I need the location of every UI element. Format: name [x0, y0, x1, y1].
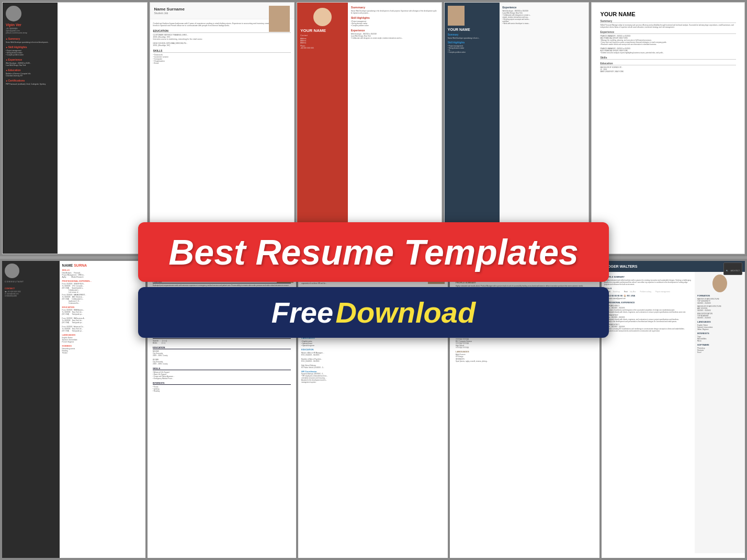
- resume-b5-prof-header: PROFESSIONAL EXPERIENCE: [604, 301, 692, 304]
- resume-thumbnail-2[interactable]: Name Surname Student Job Cordial and fas…: [150, 2, 295, 254]
- resume2-skills-header: SKILLS: [153, 49, 291, 53]
- resume5-summary-header: Summary: [600, 19, 736, 23]
- resume-b2-skills-text: • Advanced Life Support• Basic Life Supp…: [153, 371, 291, 380]
- resume1-name: Vipin Ver: [6, 23, 54, 27]
- resume-b4-edu-text: MBA / Business AdministrationYYYY/00 YYY…: [456, 336, 594, 349]
- banner-bottom: Free Download: [138, 287, 609, 338]
- resume-b1-name: NAME SURNA: [62, 264, 143, 267]
- resume-b5-search-text: ARCHITECT: [731, 270, 740, 272]
- resume-b5-lang-text: English: NativeSpanish: IntermediateItal…: [697, 324, 742, 330]
- resume1-cert-label: ● Certifications: [6, 79, 54, 82]
- banner-free-text: Free: [271, 296, 333, 329]
- resume3-photo: [313, 8, 332, 26]
- resume3-contact-label: Contact: [300, 34, 344, 37]
- resume-b3-lang-text: • English native• Spanish fluent• Spanis…: [301, 340, 445, 347]
- resume-b1-contact-label: CONTACT: [5, 287, 57, 290]
- resume-b1-contact-info: ☎ +91 XXX XXX XXX✉ name@mail.comin /link…: [5, 291, 57, 297]
- resume-b5-search-icon: 🔍: [726, 270, 728, 272]
- resume-b3-coord-text: DynamicStartups | 06/20XX - 0...• HR emp…: [301, 373, 445, 383]
- resume-b5-skills-header: SKILLS: [604, 287, 692, 290]
- resume-b3-edu-text: Master of Arts in HR Managem...NYU | 05/…: [301, 352, 445, 369]
- resume-b1-prof-text1: From: 05/200X SENIOR BUS...To: 00/200X X…: [62, 283, 143, 293]
- resume-b2-interests-header: INTERESTS: [153, 382, 291, 385]
- resume-b5-software-header: SOFTWARE: [697, 344, 742, 346]
- banner-title: Best Resume Templates: [159, 233, 588, 272]
- consultant-label: CONSULTANT: [5, 280, 57, 283]
- resume-b5-interests-text: YogaMarshall ArtsMusic: [697, 336, 742, 342]
- resume-thumbnail-5[interactable]: YOUR NAME Summary Skilled Financial Mana…: [591, 2, 745, 254]
- resume-b5-software-text: PhotoshopIllustratorExcel: [697, 347, 742, 353]
- resume-b1-skills-text: Data Analysis Financial...Project Manage…: [62, 272, 143, 278]
- resume1-summary-label: ● Summary: [6, 37, 54, 40]
- resume4-photo: [448, 6, 465, 26]
- resume4-exp-header: Experience: [503, 6, 586, 9]
- resume3-exp-text: Web Developer - 09/2015 to 05/2019Luna W…: [351, 33, 438, 39]
- resume3-skills-text: • Project management• Strong decision ma…: [351, 20, 438, 27]
- banner-download-text: Download: [336, 296, 476, 329]
- resume-b5-name: ROGER WALTERS: [605, 265, 741, 268]
- resume-b1-prof-header: PROFESSIONAL EXPERIEN...: [62, 280, 143, 282]
- resume-b5-summary-text: A highly motivated and skilled architect…: [604, 279, 692, 285]
- resume-b1-prof-text2: From: 00/200X MANAGEMENT...To: 00/200X A…: [62, 294, 143, 304]
- resume-b4-lang-header: LANGUAGES: [456, 350, 594, 353]
- resume5-edu-text: BACHELOR OF SCIENCE OF...12 - 2014BARX U…: [600, 66, 736, 73]
- resume-thumbnail-b5[interactable]: ROGER WALTERS 🔍 ARCHITECT PROFILE SUMMAR…: [602, 261, 745, 558]
- resume4-exp-text: Web Developer - 09/2015 to 05/2019Luna W…: [503, 10, 586, 25]
- resume1-skills-label: ● Skill Highlights: [6, 45, 54, 49]
- resume2-photo: [269, 6, 290, 32]
- resume-b2-lang-text: Spanish [====]Arabic [===]: [153, 340, 291, 344]
- resume1-contact: +91 99999999vipin@gmail.comjobsuru.com/r…: [6, 28, 54, 34]
- resume4-summary-text: Senior Web Developer specializing in fro…: [448, 37, 496, 39]
- resume5-exp-text: FINANCE MANAGER - 09/2015 to 05/2019M&K …: [600, 35, 736, 54]
- resume-b5-intern-arch: INTERN ARCHITECTEntropie - 06/20XX - 05/…: [604, 324, 692, 332]
- resume-b4-interests-text: INTERESTSSport (tennis, rugby, crossfit,…: [456, 358, 594, 362]
- resume1-skills-text: • Project management• Strong decision ma…: [6, 50, 54, 56]
- resume-b5-bachelor-arch: BACHELOR OF ARCHITECTUREABC SCHOOL09/20X…: [697, 305, 742, 312]
- resume5-exp-header: Experience: [600, 30, 736, 34]
- resume-b1-edu-header: EDUCATION: [62, 306, 143, 308]
- resume-b5-interests-header: INTERESTS: [697, 332, 742, 335]
- resume-b3-edu-header: EDUCATION: [301, 348, 445, 351]
- resume3-skills-header: Skill Highlights: [351, 16, 438, 19]
- resume-b5-header: ROGER WALTERS 🔍 ARCHITECT: [602, 261, 745, 272]
- resume-b1-lang-text: English: NativeSpanish: IntermediateFren…: [62, 337, 143, 343]
- resume-thumbnail-1[interactable]: Vipin Ver +91 99999999vipin@gmail.comjob…: [2, 2, 148, 254]
- resume-b1-edu-text: From: 00/200X MBA Masters...To: 00/200X …: [62, 309, 143, 332]
- resume1-exp-label: ● Experience: [6, 58, 54, 61]
- resume3-summary-text: Senior Web Developer specializing in the…: [351, 10, 438, 14]
- resume-b2-edu-header: EDUCATION: [153, 346, 291, 349]
- resume5-skills-header: Skills: [600, 56, 736, 60]
- resume4-skills-text: • Project management• Strong decision ma…: [448, 45, 496, 53]
- resume-b5-lang-header: LANGUAGES: [697, 321, 742, 323]
- resume-b5-formation-header: FORMATION: [697, 294, 742, 297]
- resume3-address: Address:AddressAddress: [300, 38, 344, 44]
- resume-b5-master-arch: MASTER OF ARCHITECTURETOP UNIVERSITY09/2…: [697, 298, 742, 304]
- resume-b1-lang-header: LANGUAGES: [62, 334, 143, 336]
- resume-thumbnail-b1[interactable]: CONSULTANT CONTACT ☎ +91 XXX XXX XXX✉ na…: [2, 261, 145, 558]
- resume-b2-edu-text: MS EMSCity University20XX - 20XX, County…: [153, 350, 291, 365]
- resume4-name: YOUR NAME: [448, 28, 496, 31]
- resume4-summary-label: Summary: [448, 33, 496, 36]
- resume-b2-interests-text: • Tennis• painting• Reading: [153, 386, 291, 392]
- resume-b1-avatar: [5, 264, 19, 278]
- resume-b1-skills-header: SKILLS: [62, 269, 143, 271]
- resume3-phone: Phone:+95 XXX XXX XXX: [300, 45, 344, 49]
- resume3-exp-header: Experience: [351, 29, 438, 32]
- resume5-name: YOUR NAME: [600, 11, 736, 17]
- resume1-edu-label: ● Education: [6, 68, 54, 72]
- resume1-summary-text: Senior Web Developer specializing in fro…: [6, 41, 54, 43]
- resume1-exp-text: Web Developer - 09/2019 to 05/20...Luna …: [6, 62, 54, 66]
- banner-top: Best Resume Templates: [138, 222, 609, 282]
- main-container: Vipin Ver +91 99999999vipin@gmail.comjob…: [0, 0, 747, 560]
- resume-b4-skills-text: Agile & scrumUX Design: [456, 353, 594, 358]
- resume1-edu-text: Bachelor of Science: Computer InfoColumb…: [6, 73, 54, 77]
- resume-thumbnail-3[interactable]: YOUR NAME Contact Address:AddressAddress…: [297, 2, 442, 254]
- resume-b1-hobbies-header: HOBBIES: [62, 345, 143, 347]
- resume5-edu-header: Education: [600, 62, 736, 65]
- resume-b5-bim-cert: BIM CERTIFICATIONTOP ACADEMY09/20XX - 05…: [697, 313, 742, 319]
- resume5-summary-text: Skilled Financial Manager adept at incre…: [600, 24, 736, 28]
- resume-b1-hobbies-text: Networking eventsReadingTheatre: [62, 348, 143, 354]
- resume3-summary-header: Summary: [351, 6, 438, 9]
- resume-thumbnail-4[interactable]: YOUR NAME Summary Senior Web Developer s…: [444, 2, 590, 254]
- resume-b5-contact: ☎ +12 66 66 66 66 🏠 NY, USA: [604, 294, 692, 297]
